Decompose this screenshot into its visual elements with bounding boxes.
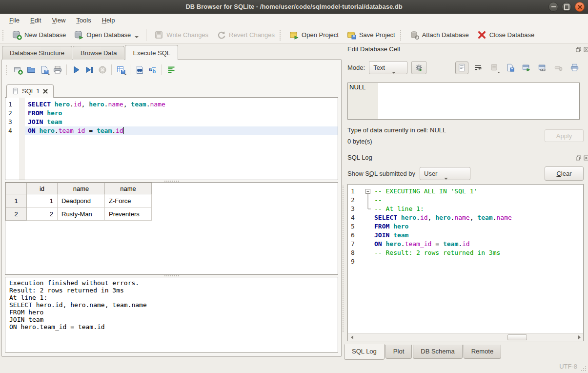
print-sql-button[interactable]	[51, 63, 64, 76]
set-null-button[interactable]	[552, 62, 565, 74]
dropdown-arrow-icon[interactable]	[135, 36, 139, 38]
sql-editor[interactable]: 1234 SELECT hero.id, hero.name, team.nam…	[5, 97, 338, 180]
results-table: idnamename11DeadpondZ-Force22Rusty-ManPr…	[5, 183, 152, 221]
open-database-button[interactable]: Open Database	[70, 28, 142, 42]
row-number-cell[interactable]: 1	[6, 194, 27, 207]
revert-changes-button[interactable]: Revert Changes	[212, 28, 279, 42]
sql-token: FROM	[28, 109, 43, 117]
apply-button[interactable]: Apply	[545, 129, 584, 142]
encoding-indicator[interactable]: UTF-8	[559, 363, 577, 370]
sql-log-view[interactable]: 123456789 -- EXECUTING ALL IN 'SQL 1'---…	[347, 184, 584, 341]
toolbar-handle[interactable]	[280, 30, 282, 41]
table-row[interactable]: 22Rusty-ManPreventers	[6, 207, 152, 221]
table-cell[interactable]: 1	[27, 194, 58, 207]
table-cell[interactable]: 2	[27, 207, 58, 221]
results-grid[interactable]: idnamename11DeadpondZ-Force22Rusty-ManPr…	[5, 182, 338, 275]
resize-grip[interactable]	[581, 366, 587, 372]
table-row[interactable]: 11DeadpondZ-Force	[6, 194, 152, 207]
tab-browse-data[interactable]: Browse Data	[73, 46, 124, 60]
minimize-icon	[551, 6, 556, 7]
minimize-button[interactable]	[548, 2, 558, 12]
word-wrap-button[interactable]	[471, 62, 485, 74]
log-fold-margin[interactable]	[365, 185, 372, 333]
find-replace-button[interactable]: ab	[146, 63, 159, 76]
save-sql-file-button[interactable]	[38, 63, 51, 76]
table-cell[interactable]: Deadpond	[58, 194, 105, 207]
dropdown-arrow-icon[interactable]	[47, 74, 50, 75]
table-corner-cell[interactable]	[6, 183, 27, 194]
toolbar-handle[interactable]	[400, 30, 403, 41]
import-cell-data-button[interactable]	[487, 62, 501, 74]
auto-switch-mode-button[interactable]	[411, 61, 426, 74]
toolbar-handle[interactable]	[6, 65, 8, 75]
new-database-button[interactable]: New Database	[8, 28, 70, 42]
dock-close-button[interactable]	[583, 46, 588, 53]
sql-file-tab[interactable]: SQL 1	[6, 84, 54, 98]
execution-message-pane[interactable]: Execution finished without errors.Result…	[5, 277, 338, 352]
link-cell-button[interactable]	[536, 62, 549, 74]
mode-select[interactable]: Text	[369, 61, 407, 74]
dock-tab-remote[interactable]: Remote	[464, 345, 502, 359]
menu-file[interactable]: File	[4, 15, 25, 26]
database-new-icon	[12, 30, 22, 40]
execute-all-button[interactable]	[69, 63, 82, 76]
dropdown-arrow-icon[interactable]	[497, 72, 500, 73]
toolbar-handle[interactable]	[2, 30, 5, 41]
dock-close-button[interactable]	[583, 155, 588, 161]
editor-code-area[interactable]: SELECT hero.id, hero.name, team.nameFROM…	[25, 98, 338, 180]
dock-tab-sql-log[interactable]: SQL Log	[344, 344, 385, 360]
line-number: 4	[8, 126, 19, 135]
pane-splitter[interactable]	[343, 186, 345, 332]
menu-help[interactable]: Help	[97, 15, 121, 26]
scrollbar-track[interactable]	[356, 334, 575, 341]
sql-token: hero	[435, 214, 450, 221]
execute-current-line-button[interactable]	[82, 63, 96, 76]
tab-database-structure[interactable]: Database Structure	[2, 46, 72, 60]
dock-float-button[interactable]	[575, 155, 582, 161]
dock-tab-plot[interactable]: Plot	[385, 345, 412, 359]
open-sql-file-button[interactable]	[24, 63, 38, 76]
log-horizontal-scrollbar[interactable]	[348, 333, 583, 341]
menu-view[interactable]: View	[46, 15, 71, 26]
cell-value-editor[interactable]: NULL	[347, 83, 580, 120]
find-button[interactable]	[133, 63, 146, 76]
open-project-button[interactable]: Open Project	[285, 28, 343, 42]
menu-tools[interactable]: Tools	[71, 15, 96, 26]
table-cell[interactable]: Z-Force	[105, 194, 152, 207]
close-button[interactable]	[575, 2, 585, 12]
open-in-external-app-button[interactable]	[520, 62, 533, 74]
table-cell[interactable]: Rusty-Man	[58, 207, 105, 221]
scroll-left-icon[interactable]	[348, 334, 356, 341]
scrollbar-thumb[interactable]	[507, 334, 527, 340]
close-database-button[interactable]: Close Database	[473, 28, 539, 42]
table-cell[interactable]: Preventers	[105, 207, 152, 221]
column-header[interactable]: name	[58, 183, 105, 194]
save-results-button[interactable]	[114, 63, 127, 76]
dropdown-arrow-icon[interactable]	[124, 74, 127, 75]
tab-execute-sql[interactable]: Execute SQL	[125, 45, 178, 60]
dock-tab-db-schema[interactable]: DB Schema	[413, 345, 462, 359]
open-in-external-app-icon	[522, 63, 531, 72]
close-tab-icon[interactable]	[42, 88, 48, 94]
export-cell-data-button[interactable]	[504, 62, 517, 74]
filter-select[interactable]: User	[420, 167, 470, 180]
print-cell-button[interactable]	[568, 62, 581, 74]
menu-bar: FileEditViewToolsHelp	[0, 14, 588, 26]
maximize-button[interactable]	[562, 2, 571, 12]
text-mode-button[interactable]	[455, 62, 468, 74]
column-header[interactable]: name	[105, 183, 152, 194]
save-project-button[interactable]: Save Project	[343, 28, 399, 42]
stop-execution-button[interactable]	[96, 63, 109, 76]
row-number-cell[interactable]: 2	[6, 207, 27, 221]
clear-button[interactable]: Clear	[545, 166, 584, 181]
menu-edit[interactable]: Edit	[25, 15, 46, 26]
new-tab-button[interactable]	[11, 63, 24, 76]
scroll-right-icon[interactable]	[575, 334, 583, 341]
dock-float-button[interactable]	[575, 46, 582, 53]
write-changes-button[interactable]: Write Changes	[150, 28, 212, 42]
format-sql-button[interactable]	[164, 63, 178, 76]
attach-database-button[interactable]: Attach Database	[406, 28, 473, 42]
column-header[interactable]: id	[27, 183, 58, 194]
log-code-area: -- EXECUTING ALL IN 'SQL 1'---- At line …	[372, 185, 583, 333]
fold-start[interactable]	[365, 187, 372, 196]
